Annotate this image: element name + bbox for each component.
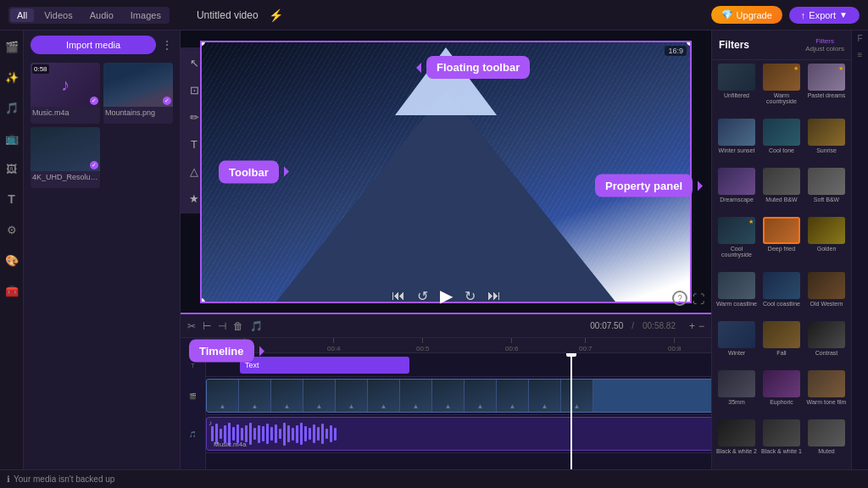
tab-all[interactable]: All — [10, 8, 34, 22]
upgrade-button[interactable]: 💎 Upgrade — [711, 6, 782, 24]
timeline-annotation: Timeline — [189, 340, 254, 363]
export-button[interactable]: ↑ Export ▼ — [789, 7, 860, 24]
filter-label-unfiltered: Unfiltered — [724, 92, 749, 98]
playhead[interactable] — [570, 353, 572, 469]
filter-item-cool-countryside[interactable]: ★ Cool countryside — [715, 217, 758, 269]
playhead-handle[interactable] — [566, 353, 576, 357]
wave-bar — [241, 428, 243, 441]
tl-delete-icon[interactable]: 🗑 — [233, 320, 243, 332]
filters-tab-active[interactable]: Filters — [815, 37, 834, 45]
resize-handle-tl[interactable] — [200, 41, 205, 46]
video-thumb-4 — [303, 380, 336, 412]
filter-item-35mm[interactable]: 35mm — [715, 370, 758, 417]
resize-handle-tr[interactable] — [687, 41, 692, 46]
autosave-icon: ⚡ — [269, 8, 283, 22]
import-media-button[interactable]: Import media — [31, 36, 156, 54]
tab-images[interactable]: Images — [124, 8, 168, 22]
filter-item-winter[interactable]: Winter — [715, 321, 758, 368]
timeline-zoom-in[interactable]: − — [698, 320, 704, 332]
filter-item-warm-countryside[interactable]: ★ Warm countryside — [760, 64, 803, 116]
play-button[interactable]: ▶ — [440, 286, 453, 306]
sidebar-item-music-sfx[interactable]: 🎵 — [3, 98, 21, 117]
skip-to-start-icon[interactable]: ⏮ — [392, 288, 405, 303]
left-sidebar: 🎬 ✨ 🎵 📺 🖼 T ⚙ 🎨 🧰 — [0, 30, 24, 469]
filter-item-pastel[interactable]: ★ Pastel dreams — [805, 64, 848, 116]
filter-thumb-cool-coastline — [763, 272, 800, 299]
tab-videos[interactable]: Videos — [37, 8, 79, 22]
tab-audio[interactable]: Audio — [83, 8, 120, 22]
media-item-uhd[interactable]: ✓ 4K_UHD_Resolutio... — [31, 127, 100, 188]
filter-label-bw2: Black & white 2 — [716, 448, 757, 454]
media-type-tabs: All Videos Audio Images — [8, 7, 170, 24]
wave-bar — [317, 427, 320, 441]
wave-bar — [245, 425, 248, 442]
ib-adjust-icon[interactable]: ≡ — [858, 50, 863, 59]
wave-bar — [258, 425, 260, 443]
media-grid: ♪ 0:58 ✓ Music.m4a ✓ Mountains.png ✓ 4K_… — [24, 59, 180, 191]
sidebar-item-record-create[interactable]: ✨ — [3, 68, 21, 86]
ruler-mark-label-4: 00:4 — [327, 345, 341, 352]
sidebar-item-transitions[interactable]: 🎨 — [3, 251, 21, 269]
filter-item-warm-coastline[interactable]: Warm coastline — [715, 272, 758, 319]
tl-split-icon[interactable]: ⊣ — [218, 320, 226, 332]
wave-bar — [211, 426, 214, 441]
wave-bar — [270, 427, 273, 441]
media-item-music[interactable]: ♪ 0:58 ✓ Music.m4a — [31, 63, 100, 124]
sidebar-item-your-media[interactable]: 🎬 — [3, 37, 21, 56]
filter-item-unfiltered[interactable]: Unfiltered — [715, 64, 758, 116]
adjust-colors-tab[interactable]: Adjust colors — [805, 45, 844, 53]
filter-item-warm-tone[interactable]: Warm tone film — [805, 370, 848, 417]
filter-thumb-old-western — [808, 272, 845, 299]
filter-label-sunrise: Sunrise — [816, 147, 837, 153]
sidebar-item-graphics[interactable]: ⚙ — [3, 220, 21, 239]
text-clip[interactable]: Text — [240, 357, 409, 374]
ruler-mark-label-8: 00:8 — [668, 345, 682, 352]
filter-item-soft-bw[interactable]: Soft B&W — [805, 168, 848, 214]
fullscreen-button[interactable]: ⛶ — [693, 292, 704, 306]
filter-item-winter-sunset[interactable]: Winter sunset — [715, 119, 758, 165]
playback-controls: ⏮ ↺ ▶ ↻ ⏭ — [392, 286, 501, 306]
filter-item-contrast[interactable]: Contrast — [805, 321, 848, 368]
media-check-mountain: ✓ — [163, 97, 171, 105]
ruler-mark-line — [511, 338, 512, 343]
media-panel-menu-icon[interactable]: ⋮ — [161, 38, 173, 52]
filter-item-fall[interactable]: Fall — [760, 321, 803, 368]
filter-item-deep-fried[interactable]: Deep fried — [760, 217, 803, 269]
filter-item-dreamscape[interactable]: Dreamscape — [715, 168, 758, 214]
ib-filters-icon[interactable]: F — [857, 34, 862, 43]
sidebar-item-stock-images[interactable]: 🖼 — [3, 159, 21, 178]
filter-item-muted[interactable]: Muted — [805, 419, 848, 466]
filter-item-cool-coastline[interactable]: Cool coastline — [760, 272, 803, 319]
fast-forward-icon[interactable]: ↻ — [465, 288, 476, 304]
media-item-mountains[interactable]: ✓ Mountains.png — [103, 63, 173, 124]
audio-clip[interactable]: ♪ Music.m4a — [206, 417, 711, 451]
filter-star-icon: ★ — [748, 219, 754, 225]
tl-trim-icon[interactable]: ⊢ — [203, 320, 211, 332]
skip-to-end-icon[interactable]: ⏭ — [487, 288, 501, 303]
filter-item-bw1[interactable]: Black & white 1 — [760, 419, 803, 466]
rewind-icon[interactable]: ↺ — [417, 288, 428, 304]
sidebar-item-stock-video[interactable]: 📺 — [3, 129, 21, 147]
help-button[interactable]: ? — [672, 291, 687, 306]
filter-item-old-western[interactable]: Old Western — [805, 272, 848, 319]
filter-thumb-cool-countryside: ★ — [718, 217, 755, 244]
filter-item-euphoric[interactable]: Euphoric — [760, 370, 803, 417]
filter-thumb-euphoric — [763, 370, 800, 397]
tl-audio-icon[interactable]: 🎵 — [250, 320, 263, 332]
filters-panel-header: Filters Filters Adjust colors — [712, 30, 851, 60]
filter-thumb-bw1 — [763, 419, 800, 446]
sidebar-item-brand-kit[interactable]: 🧰 — [3, 281, 21, 300]
filter-item-sunrise[interactable]: Sunrise — [805, 119, 848, 165]
resize-handle-bl[interactable] — [200, 298, 205, 303]
sidebar-item-text[interactable]: T — [3, 190, 21, 208]
timeline-zoom-out[interactable]: + — [689, 320, 695, 332]
media-thumb-mountain-preview: ✓ — [103, 63, 173, 107]
filter-item-cool-tone[interactable]: Cool tone — [760, 119, 803, 165]
filter-item-golden[interactable]: Golden — [805, 217, 848, 269]
video-clip[interactable]: 4K_UHD_Resolution_SnowCap_Stars_3x2.png — [206, 379, 711, 413]
export-label: Export — [809, 10, 836, 20]
tl-scissors-icon[interactable]: ✂ — [187, 320, 196, 332]
filter-item-muted-bw[interactable]: Muted B&W — [760, 168, 803, 214]
filter-item-bw2[interactable]: Black & white 2 — [715, 419, 758, 466]
filter-thumb-unfiltered — [718, 64, 755, 91]
